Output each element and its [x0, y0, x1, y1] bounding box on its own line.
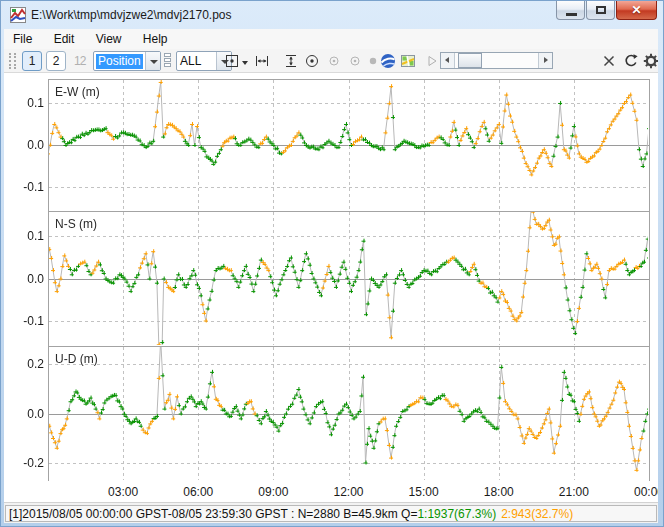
- window-title: E:\Work\tmp\mdvjzwe2\mdvj2170.pos: [31, 8, 232, 22]
- chevron-down-icon: [150, 60, 158, 64]
- center-origin-button[interactable]: [304, 52, 322, 70]
- fix-horizontal-button[interactable]: [326, 52, 344, 70]
- position-plot-canvas[interactable]: [4, 73, 658, 481]
- satellite-value: ALL: [180, 54, 201, 69]
- menu-file[interactable]: File: [4, 29, 41, 49]
- y-tick-label: 0.1: [6, 229, 44, 243]
- view-2-button[interactable]: 2: [46, 51, 66, 71]
- clear-button[interactable]: [601, 52, 619, 70]
- fit-horizontal-icon: [254, 53, 270, 69]
- fit-horizontal-button[interactable]: [254, 52, 272, 70]
- menu-view[interactable]: View: [87, 29, 131, 49]
- maximize-icon: [596, 6, 606, 14]
- y-tick-label: 0.1: [6, 96, 44, 110]
- fix-vertical-button[interactable]: [347, 52, 365, 70]
- combo-grip[interactable]: [164, 52, 173, 70]
- menu-edit[interactable]: Edit: [45, 29, 84, 49]
- y-tick-label: -0.1: [6, 314, 44, 328]
- minimize-icon: [566, 13, 577, 16]
- x-tick-label: 03:00: [101, 485, 145, 499]
- plot-type-select[interactable]: Position: [93, 51, 161, 71]
- menu-help[interactable]: Help: [134, 29, 177, 49]
- fix-vertical-icon: [347, 53, 363, 69]
- play-icon: [424, 53, 440, 69]
- close-button[interactable]: ✕: [616, 1, 657, 20]
- x-tick-label: 21:00: [552, 485, 596, 499]
- reload-button[interactable]: [623, 52, 641, 70]
- maximize-button[interactable]: [586, 1, 615, 20]
- scroll-right-button[interactable]: [538, 53, 552, 68]
- panel-title: N-S (m): [55, 217, 97, 231]
- google-map-icon: [400, 53, 416, 69]
- client-area: File Edit View Help 1 2 12 Position ALL: [4, 29, 658, 523]
- y-tick-label: 0.0: [6, 407, 44, 421]
- center-origin-icon: [304, 53, 320, 69]
- rtkplot-window: E:\Work\tmp\mdvjzwe2\mdvj2170.pos ✕ File…: [0, 0, 664, 527]
- view-12-button: 12: [74, 54, 85, 68]
- plot-type-value: Position: [96, 54, 143, 69]
- scrollbar-thumb[interactable]: [458, 53, 482, 68]
- x-tick-label: 09:00: [251, 485, 295, 499]
- fit-view-dropdown-icon[interactable]: [242, 61, 248, 65]
- google-earth-icon: [380, 53, 396, 69]
- status-q1-count: 1:1937(67.3%): [417, 507, 496, 521]
- gear-icon: [643, 53, 658, 69]
- y-tick-label: 0.2: [6, 357, 44, 371]
- panel-title: U-D (m): [55, 352, 98, 366]
- toolbar-grip[interactable]: [9, 53, 16, 69]
- titlebar[interactable]: E:\Work\tmp\mdvjzwe2\mdvj2170.pos ✕: [1, 1, 664, 29]
- status-range-text: [1]2015/08/05 00:00:00 GPST-08/05 23:59:…: [9, 507, 417, 521]
- minimize-button[interactable]: [556, 1, 585, 20]
- close-icon: ✕: [617, 3, 656, 17]
- status-q2-count: 2:943(32.7%): [501, 507, 573, 521]
- fit-view-icon: [224, 53, 240, 69]
- y-tick-label: -0.1: [6, 180, 44, 194]
- scroll-left-icon: [445, 57, 449, 63]
- app-icon: [10, 7, 26, 23]
- plot-area[interactable]: E-W (m)0.10.0-0.1N-S (m)0.10.0-0.1U-D (m…: [4, 73, 658, 503]
- status-field: [1]2015/08/05 00:00:00 GPST-08/05 23:59:…: [5, 505, 657, 522]
- fix-center-icon: [365, 53, 381, 69]
- x-tick-label: 12:00: [327, 485, 371, 499]
- scroll-right-icon: [544, 57, 548, 63]
- panel-title: E-W (m): [55, 85, 100, 99]
- toolbar: 1 2 12 Position ALL: [4, 49, 658, 73]
- x-tick-label: 15:00: [402, 485, 446, 499]
- fix-horizontal-icon: [326, 53, 342, 69]
- menubar: File Edit View Help: [4, 29, 658, 49]
- google-earth-button[interactable]: [380, 52, 398, 70]
- plot-type-dropdown[interactable]: [145, 52, 160, 70]
- refresh-icon: [623, 53, 639, 69]
- google-map-button[interactable]: [400, 52, 418, 70]
- x-tick-label: 06:00: [176, 485, 220, 499]
- y-tick-label: 0.0: [6, 138, 44, 152]
- time-scrollbar[interactable]: [440, 52, 553, 69]
- view-1-button[interactable]: 1: [22, 51, 42, 71]
- x-tick-label: 18:00: [477, 485, 521, 499]
- fit-vertical-button[interactable]: [283, 52, 301, 70]
- fit-vertical-icon: [283, 53, 299, 69]
- y-tick-label: -0.2: [6, 456, 44, 470]
- scroll-left-button[interactable]: [441, 53, 455, 68]
- fit-view-button[interactable]: [224, 52, 242, 70]
- x-tick-label: 00:00: [627, 485, 658, 499]
- options-button[interactable]: [643, 52, 658, 70]
- y-tick-label: 0.0: [6, 272, 44, 286]
- clear-icon: [601, 53, 617, 69]
- status-bar: [1]2015/08/05 00:00:00 GPST-08/05 23:59:…: [4, 502, 658, 523]
